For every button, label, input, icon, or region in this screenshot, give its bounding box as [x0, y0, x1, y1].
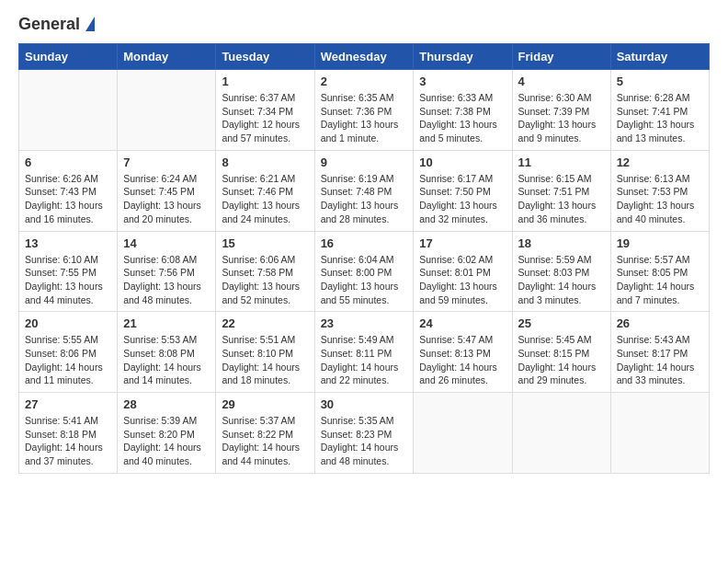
week-row-2: 6Sunrise: 6:26 AM Sunset: 7:43 PM Daylig…: [19, 150, 710, 231]
day-number: 29: [222, 397, 308, 411]
logo-general: General: [18, 15, 80, 34]
calendar-cell: 30Sunrise: 5:35 AM Sunset: 8:23 PM Dayli…: [314, 393, 414, 474]
calendar-cell: 18Sunrise: 5:59 AM Sunset: 8:03 PM Dayli…: [512, 231, 610, 312]
day-number: 26: [617, 316, 703, 330]
weekday-header-friday: Friday: [512, 44, 610, 70]
calendar-cell: 28Sunrise: 5:39 AM Sunset: 8:20 PM Dayli…: [118, 393, 216, 474]
day-info: Sunrise: 6:13 AM Sunset: 7:53 PM Dayligh…: [617, 172, 703, 226]
day-number: 4: [518, 75, 605, 88]
calendar-cell: [610, 393, 709, 474]
day-number: 7: [123, 155, 210, 169]
logo: General: [18, 15, 95, 32]
day-info: Sunrise: 5:51 AM Sunset: 8:10 PM Dayligh…: [222, 333, 308, 387]
weekday-header-row: SundayMondayTuesdayWednesdayThursdayFrid…: [19, 44, 710, 70]
day-number: 9: [321, 155, 408, 169]
day-number: 22: [222, 316, 308, 330]
calendar-cell: 3Sunrise: 6:33 AM Sunset: 7:38 PM Daylig…: [414, 70, 512, 151]
day-number: 10: [419, 155, 506, 169]
day-number: 27: [25, 397, 111, 411]
day-info: Sunrise: 5:45 AM Sunset: 8:15 PM Dayligh…: [518, 333, 605, 387]
calendar-cell: 26Sunrise: 5:43 AM Sunset: 8:17 PM Dayli…: [610, 312, 709, 393]
calendar-cell: 17Sunrise: 6:02 AM Sunset: 8:01 PM Dayli…: [414, 231, 512, 312]
day-number: 3: [419, 75, 506, 88]
calendar-cell: 24Sunrise: 5:47 AM Sunset: 8:13 PM Dayli…: [414, 312, 512, 393]
week-row-1: 1Sunrise: 6:37 AM Sunset: 7:34 PM Daylig…: [19, 70, 710, 151]
day-number: 15: [222, 236, 308, 250]
day-number: 17: [419, 236, 506, 250]
day-info: Sunrise: 6:35 AM Sunset: 7:36 PM Dayligh…: [321, 91, 408, 145]
day-info: Sunrise: 5:53 AM Sunset: 8:08 PM Dayligh…: [123, 333, 210, 387]
day-number: 14: [123, 236, 210, 250]
day-number: 6: [25, 155, 111, 169]
day-info: Sunrise: 5:43 AM Sunset: 8:17 PM Dayligh…: [617, 333, 703, 387]
day-info: Sunrise: 5:37 AM Sunset: 8:22 PM Dayligh…: [222, 414, 308, 468]
calendar-cell: 11Sunrise: 6:15 AM Sunset: 7:51 PM Dayli…: [512, 150, 610, 231]
day-number: 1: [222, 75, 308, 88]
calendar-cell: 15Sunrise: 6:06 AM Sunset: 7:58 PM Dayli…: [216, 231, 314, 312]
calendar-cell: 8Sunrise: 6:21 AM Sunset: 7:46 PM Daylig…: [216, 150, 314, 231]
calendar-cell: 14Sunrise: 6:08 AM Sunset: 7:56 PM Dayli…: [118, 231, 216, 312]
day-info: Sunrise: 5:35 AM Sunset: 8:23 PM Dayligh…: [321, 414, 408, 468]
calendar-cell: [512, 393, 610, 474]
day-number: 28: [123, 397, 210, 411]
day-info: Sunrise: 5:49 AM Sunset: 8:11 PM Dayligh…: [321, 333, 408, 387]
day-number: 25: [518, 316, 605, 330]
calendar-cell: 1Sunrise: 6:37 AM Sunset: 7:34 PM Daylig…: [216, 70, 314, 151]
day-info: Sunrise: 6:10 AM Sunset: 7:55 PM Dayligh…: [25, 253, 111, 307]
header: General: [18, 15, 710, 32]
weekday-header-thursday: Thursday: [414, 44, 512, 70]
day-info: Sunrise: 5:41 AM Sunset: 8:18 PM Dayligh…: [25, 414, 111, 468]
calendar-cell: 29Sunrise: 5:37 AM Sunset: 8:22 PM Dayli…: [216, 393, 314, 474]
weekday-header-tuesday: Tuesday: [216, 44, 314, 70]
day-info: Sunrise: 6:37 AM Sunset: 7:34 PM Dayligh…: [222, 91, 308, 145]
calendar-cell: 4Sunrise: 6:30 AM Sunset: 7:39 PM Daylig…: [512, 70, 610, 151]
week-row-3: 13Sunrise: 6:10 AM Sunset: 7:55 PM Dayli…: [19, 231, 710, 312]
day-number: 23: [321, 316, 408, 330]
calendar-cell: 6Sunrise: 6:26 AM Sunset: 7:43 PM Daylig…: [19, 150, 118, 231]
day-info: Sunrise: 6:06 AM Sunset: 7:58 PM Dayligh…: [222, 253, 308, 307]
day-number: 13: [25, 236, 111, 250]
calendar-cell: 19Sunrise: 5:57 AM Sunset: 8:05 PM Dayli…: [610, 231, 709, 312]
day-info: Sunrise: 5:59 AM Sunset: 8:03 PM Dayligh…: [518, 253, 605, 307]
day-number: 12: [617, 155, 703, 169]
day-number: 8: [222, 155, 308, 169]
day-number: 24: [419, 316, 506, 330]
calendar-cell: 21Sunrise: 5:53 AM Sunset: 8:08 PM Dayli…: [118, 312, 216, 393]
day-info: Sunrise: 6:26 AM Sunset: 7:43 PM Dayligh…: [25, 172, 111, 226]
calendar-cell: 5Sunrise: 6:28 AM Sunset: 7:41 PM Daylig…: [610, 70, 709, 151]
day-number: 11: [518, 155, 605, 169]
day-number: 18: [518, 236, 605, 250]
calendar-cell: 27Sunrise: 5:41 AM Sunset: 8:18 PM Dayli…: [19, 393, 118, 474]
calendar-cell: 10Sunrise: 6:17 AM Sunset: 7:50 PM Dayli…: [414, 150, 512, 231]
day-info: Sunrise: 6:04 AM Sunset: 8:00 PM Dayligh…: [321, 253, 408, 307]
weekday-header-sunday: Sunday: [19, 44, 118, 70]
day-info: Sunrise: 6:30 AM Sunset: 7:39 PM Dayligh…: [518, 91, 605, 145]
calendar-cell: 23Sunrise: 5:49 AM Sunset: 8:11 PM Dayli…: [314, 312, 414, 393]
calendar-cell: 20Sunrise: 5:55 AM Sunset: 8:06 PM Dayli…: [19, 312, 118, 393]
day-number: 16: [321, 236, 408, 250]
day-info: Sunrise: 6:19 AM Sunset: 7:48 PM Dayligh…: [321, 172, 408, 226]
day-number: 30: [321, 397, 408, 411]
day-number: 5: [617, 75, 703, 88]
day-info: Sunrise: 6:15 AM Sunset: 7:51 PM Dayligh…: [518, 172, 605, 226]
calendar-cell: [414, 393, 512, 474]
calendar-cell: 22Sunrise: 5:51 AM Sunset: 8:10 PM Dayli…: [216, 312, 314, 393]
day-info: Sunrise: 6:33 AM Sunset: 7:38 PM Dayligh…: [419, 91, 506, 145]
calendar-cell: 16Sunrise: 6:04 AM Sunset: 8:00 PM Dayli…: [314, 231, 414, 312]
calendar-cell: [19, 70, 118, 151]
calendar: SundayMondayTuesdayWednesdayThursdayFrid…: [18, 43, 710, 474]
calendar-cell: 12Sunrise: 6:13 AM Sunset: 7:53 PM Dayli…: [610, 150, 709, 231]
calendar-cell: 7Sunrise: 6:24 AM Sunset: 7:45 PM Daylig…: [118, 150, 216, 231]
day-info: Sunrise: 5:55 AM Sunset: 8:06 PM Dayligh…: [25, 333, 111, 387]
day-info: Sunrise: 5:47 AM Sunset: 8:13 PM Dayligh…: [419, 333, 506, 387]
day-info: Sunrise: 6:17 AM Sunset: 7:50 PM Dayligh…: [419, 172, 506, 226]
day-info: Sunrise: 6:21 AM Sunset: 7:46 PM Dayligh…: [222, 172, 308, 226]
weekday-header-wednesday: Wednesday: [314, 44, 414, 70]
calendar-cell: 13Sunrise: 6:10 AM Sunset: 7:55 PM Dayli…: [19, 231, 118, 312]
logo-triangle-icon: [85, 17, 95, 31]
day-number: 21: [123, 316, 210, 330]
day-number: 2: [321, 75, 408, 88]
day-info: Sunrise: 6:24 AM Sunset: 7:45 PM Dayligh…: [123, 172, 210, 226]
calendar-cell: 25Sunrise: 5:45 AM Sunset: 8:15 PM Dayli…: [512, 312, 610, 393]
weekday-header-monday: Monday: [118, 44, 216, 70]
